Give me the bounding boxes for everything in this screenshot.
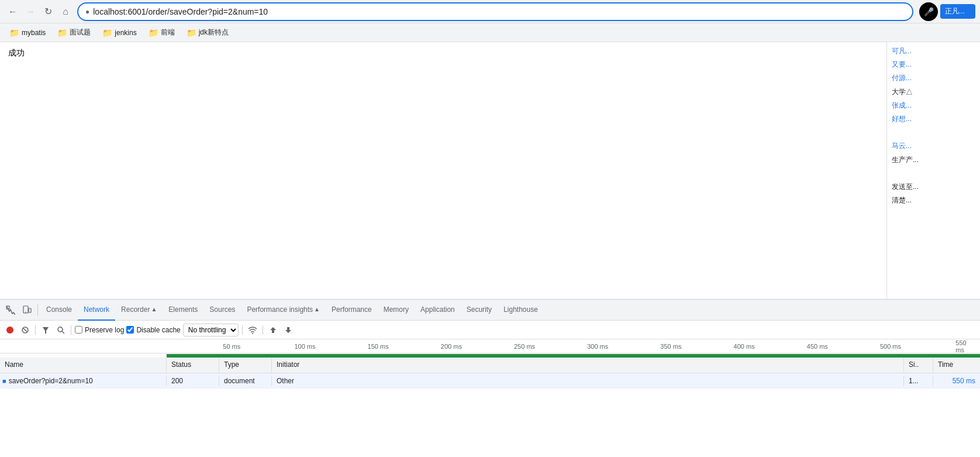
folder-icon: 📁 (187, 28, 196, 37)
tab-separator (37, 304, 38, 316)
tab-performance-insights[interactable]: Performance insights ▲ (241, 300, 326, 321)
svg-marker-7 (43, 327, 49, 334)
user-area: 正凡... (940, 4, 975, 19)
bookmark-interview[interactable]: 📁 面试题 (53, 26, 95, 39)
side-panel: 可凡... 又要... 付源... 大学△ 张成... 好想... 马云... … (886, 42, 980, 299)
record-button[interactable] (4, 324, 16, 336)
tab-lighthouse[interactable]: Lighthouse (498, 300, 544, 321)
disable-cache-text: Disable cache (136, 326, 180, 334)
bookmark-label: 面试题 (70, 28, 91, 37)
side-item-10 (887, 167, 980, 180)
request-header: Name Status Type Initiator Si.. Time (0, 358, 980, 373)
side-item-9: 生产产... (887, 153, 980, 167)
timeline-bar-container (0, 353, 980, 358)
ruler-150ms: 150 ms (368, 343, 389, 350)
disable-cache-checkbox[interactable] (126, 326, 134, 334)
ruler-100ms: 100 ms (294, 343, 315, 350)
svg-rect-2 (29, 308, 31, 312)
address-input[interactable] (93, 7, 905, 16)
table-row[interactable]: ■ saveOrder?pid=2&num=10 200 document Ot… (0, 373, 980, 389)
folder-icon: 📁 (102, 28, 112, 37)
ruler-500ms: 500 ms (880, 343, 901, 350)
tab-console[interactable]: Console (40, 300, 78, 321)
page-result-text: 成功 (8, 48, 25, 57)
side-item-1[interactable]: 可凡... (887, 44, 980, 58)
tab-sources-label: Sources (209, 305, 235, 314)
tab-application[interactable]: Application (415, 300, 461, 321)
row-name-text: saveOrder?pid=2&num=10 (9, 377, 93, 385)
request-list: Name Status Type Initiator Si.. Time ■ s… (0, 358, 980, 457)
bookmark-label: 前端 (161, 28, 175, 37)
upload-button[interactable] (267, 324, 279, 336)
row-initiator: Other (272, 376, 904, 386)
ruler-50ms: 50 ms (223, 343, 240, 350)
row-time: 550 ms (933, 376, 980, 386)
disable-cache-label[interactable]: Disable cache (126, 326, 180, 334)
ruler-550ms: 550 ms (955, 339, 972, 353)
bookmarks-bar: 📁 mybatis 📁 面试题 📁 jenkins 📁 前端 📁 jdk新特点 (0, 23, 980, 42)
col-header-status: Status (167, 358, 219, 373)
side-item-4: 大学△ (887, 85, 980, 99)
tab-elements[interactable]: Elements (163, 300, 203, 321)
side-item-2[interactable]: 又要... (887, 58, 980, 71)
side-item-11: 发送至... (887, 180, 980, 194)
bookmark-mybatis[interactable]: 📁 mybatis (5, 26, 50, 39)
toolbar-sep-3 (242, 325, 243, 335)
device-mode-button[interactable] (19, 302, 35, 318)
side-item-3[interactable]: 付源... (887, 71, 980, 85)
tab-memory-label: Memory (384, 305, 409, 314)
bookmark-jenkins[interactable]: 📁 jenkins (98, 26, 141, 39)
tab-network-label: Network (84, 305, 109, 314)
col-header-initiator: Initiator (272, 358, 904, 373)
tab-sources[interactable]: Sources (203, 300, 241, 321)
refresh-button[interactable]: ↻ (40, 4, 56, 20)
tab-security[interactable]: Security (461, 300, 498, 321)
ruler-200ms: 200 ms (441, 343, 462, 350)
row-type: document (219, 376, 272, 386)
tab-memory[interactable]: Memory (378, 300, 415, 321)
home-button[interactable]: ⌂ (57, 4, 74, 20)
svg-point-4 (6, 327, 13, 334)
throttling-select[interactable]: No throttling (183, 324, 239, 336)
filter-button[interactable] (39, 324, 52, 336)
toolbar-sep-1 (35, 325, 36, 335)
tab-network[interactable]: Network (78, 300, 115, 321)
side-item-7 (887, 126, 980, 139)
row-size: 1... (904, 376, 933, 386)
side-item-12: 清楚... (887, 194, 980, 207)
row-status: 200 (167, 376, 219, 386)
bookmark-front[interactable]: 📁 前端 (144, 26, 180, 39)
svg-marker-12 (285, 327, 291, 333)
folder-icon: 📁 (9, 28, 19, 37)
tab-performance[interactable]: Performance (326, 300, 378, 321)
side-item-6[interactable]: 好想... (887, 112, 980, 126)
row-name: ■ saveOrder?pid=2&num=10 (0, 376, 167, 386)
wifi-icon-button[interactable] (246, 324, 259, 336)
clear-button[interactable] (19, 324, 32, 336)
back-button[interactable]: ← (5, 4, 21, 20)
forward-button[interactable]: → (22, 4, 39, 20)
svg-point-8 (58, 327, 63, 332)
tab-security-label: Security (467, 305, 492, 314)
bookmark-label: jdk新特点 (199, 28, 229, 37)
ruler-400ms: 400 ms (734, 343, 755, 350)
devtools-panel: Console Network Recorder ▲ Elements Sour… (0, 299, 980, 457)
side-item-8[interactable]: 马云... (887, 139, 980, 153)
inspect-element-button[interactable] (2, 302, 19, 318)
search-button[interactable] (54, 324, 67, 336)
mic-button[interactable]: 🎤 (919, 2, 938, 21)
preserve-log-checkbox[interactable] (75, 326, 82, 334)
svg-marker-11 (270, 327, 276, 333)
col-header-type: Type (219, 358, 272, 373)
tab-perf-insights-label: Performance insights (247, 305, 313, 314)
download-button[interactable] (282, 324, 295, 336)
side-item-5[interactable]: 张成... (887, 99, 980, 112)
tab-recorder[interactable]: Recorder ▲ (115, 300, 163, 321)
page-content-area: 成功 可凡... 又要... 付源... 大学△ 张成... 好想... 马云.… (0, 42, 980, 299)
preserve-log-label[interactable]: Preserve log (75, 326, 124, 334)
svg-line-6 (23, 328, 27, 332)
doc-icon: ■ (2, 377, 6, 384)
col-header-name: Name (0, 358, 167, 373)
bookmark-jdk[interactable]: 📁 jdk新特点 (182, 26, 233, 39)
ruler-450ms: 450 ms (807, 343, 828, 350)
